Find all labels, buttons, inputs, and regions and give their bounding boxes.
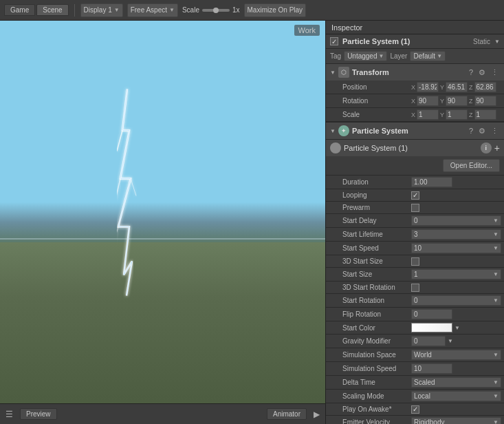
3d-start-rotation-label: 3D Start Rotation xyxy=(326,282,408,294)
open-editor-row: Open Editor... xyxy=(326,156,504,176)
rotation-values: X Y Z xyxy=(408,94,504,108)
play-on-awake-label: Play On Awake* xyxy=(326,403,408,416)
transform-menu-button[interactable]: ⋮ xyxy=(490,68,500,77)
start-rotation-value: 0 xyxy=(408,294,504,308)
display-dropdown[interactable]: Display 1 xyxy=(80,3,123,17)
pos-z-input[interactable] xyxy=(474,82,496,92)
start-speed-label: Start Speed xyxy=(326,242,408,255)
emitter-velocity-dropdown[interactable]: Rigidbody xyxy=(411,417,501,424)
start-delay-label: Start Delay xyxy=(326,214,408,228)
ps-info-button[interactable]: i xyxy=(481,142,492,153)
rotation-label: Rotation xyxy=(326,94,408,108)
pos-y-input[interactable] xyxy=(446,82,468,92)
play-on-awake-checkbox[interactable] xyxy=(411,405,419,414)
particle-system-header[interactable]: ✦ Particle System ? ⚙ ⋮ xyxy=(326,123,504,139)
ps-component-icon: ✦ xyxy=(338,125,349,136)
inspector-body[interactable]: Particle System (1) Static Tag Untagged … xyxy=(326,34,504,424)
start-color-label: Start Color xyxy=(326,321,408,335)
flip-rotation-input[interactable] xyxy=(411,309,452,319)
transform-expand-icon xyxy=(330,70,336,76)
duration-input[interactable] xyxy=(411,177,452,187)
svg-line-2 xyxy=(117,226,118,244)
start-delay-value: 0 xyxy=(408,214,504,228)
start-color-value[interactable] xyxy=(408,321,504,335)
tag-dropdown[interactable]: Untagged xyxy=(344,51,387,61)
transform-actions: ? ⚙ ⋮ xyxy=(468,68,500,77)
flip-rotation-label: Flip Rotation xyxy=(326,308,408,321)
transform-help-button[interactable]: ? xyxy=(468,68,474,76)
gravity-modifier-value xyxy=(408,335,504,348)
layer-dropdown[interactable]: Default xyxy=(410,51,446,61)
start-lifetime-dropdown[interactable]: 3 xyxy=(411,229,501,240)
ps-properties: Duration Looping Prewarm Start Delay xyxy=(326,176,504,424)
scale-slider[interactable] xyxy=(202,9,230,12)
prewarm-label: Prewarm xyxy=(326,202,408,214)
tag-label: Tag xyxy=(330,52,341,60)
ps-settings-button[interactable]: ⚙ xyxy=(477,127,487,136)
transform-title: Transform xyxy=(352,68,465,76)
3d-start-size-value xyxy=(408,255,504,268)
gravity-chevron xyxy=(448,338,453,344)
emitter-velocity-label: Emitter Velocity xyxy=(326,416,408,424)
static-label: Static xyxy=(473,38,490,45)
scale-x-input[interactable] xyxy=(417,109,439,120)
object-name: Particle System (1) xyxy=(342,37,469,45)
rot-x-input[interactable] xyxy=(417,96,439,106)
viewport[interactable]: Work ☰ Preview Animator ▶ xyxy=(0,21,325,424)
object-active-checkbox[interactable] xyxy=(330,37,338,45)
prewarm-value xyxy=(408,202,504,214)
transform-settings-button[interactable]: ⚙ xyxy=(477,68,487,77)
sim-space-chevron xyxy=(493,352,498,358)
3d-start-size-label: 3D Start Size xyxy=(326,255,408,268)
position-xyz: X Y Z xyxy=(411,82,496,92)
start-delay-dropdown[interactable]: 0 xyxy=(411,215,501,226)
svg-line-3 xyxy=(131,178,136,195)
open-editor-button[interactable]: Open Editor... xyxy=(443,159,500,172)
start-color-swatch[interactable] xyxy=(411,323,452,332)
ps-expand-icon xyxy=(330,128,336,134)
aspect-dropdown[interactable]: Free Aspect xyxy=(127,3,178,17)
ps-add-button[interactable]: + xyxy=(494,142,500,153)
gravity-input[interactable] xyxy=(411,336,446,346)
3d-size-checkbox[interactable] xyxy=(411,257,419,266)
tab-game[interactable]: Game xyxy=(4,4,35,16)
animator-button[interactable]: Animator xyxy=(267,408,307,420)
scale-values: X Y Z xyxy=(408,108,504,122)
scaling-mode-label: Scaling Mode xyxy=(326,390,408,403)
scale-label: Scale xyxy=(326,108,408,122)
ps-component-title: Particle System xyxy=(352,127,465,135)
preview-button[interactable]: Preview xyxy=(20,408,57,420)
prewarm-checkbox[interactable] xyxy=(411,204,419,212)
transform-header[interactable]: ⬡ Transform ? ⚙ ⋮ xyxy=(326,64,504,81)
tab-scene[interactable]: Scene xyxy=(36,4,68,16)
start-speed-chevron xyxy=(493,245,498,251)
scale-z-input[interactable] xyxy=(474,109,496,120)
menu-icon[interactable]: ☰ xyxy=(4,408,14,421)
position-values: X Y Z xyxy=(408,81,504,94)
simulation-space-label: Simulation Space xyxy=(326,348,408,362)
rot-y-input[interactable] xyxy=(446,96,468,106)
sim-speed-input[interactable] xyxy=(411,363,452,374)
aspect-chevron-icon xyxy=(169,7,175,13)
3d-rotation-checkbox[interactable] xyxy=(411,284,419,292)
ps-menu-button[interactable]: ⋮ xyxy=(490,127,500,136)
simulation-space-dropdown[interactable]: World xyxy=(411,350,501,360)
gravity-modifier-label: Gravity Modifier xyxy=(326,335,408,348)
scale-y-input[interactable] xyxy=(446,109,468,120)
start-rotation-label: Start Rotation xyxy=(326,294,408,308)
play-icon[interactable]: ▶ xyxy=(312,408,321,421)
maximize-dropdown[interactable]: Maximize On Play xyxy=(244,3,307,17)
looping-checkbox[interactable] xyxy=(411,191,419,200)
delta-time-dropdown[interactable]: Scaled xyxy=(411,377,501,388)
flip-rotation-value xyxy=(408,308,504,321)
start-rotation-dropdown[interactable]: 0 xyxy=(411,295,501,306)
svg-line-1 xyxy=(117,178,120,199)
tag-layer-row: Tag Untagged Layer Default xyxy=(326,49,504,64)
rot-z-input[interactable] xyxy=(474,96,496,106)
start-rotation-chevron xyxy=(493,297,498,304)
start-size-dropdown[interactable]: 1 xyxy=(411,269,501,279)
start-speed-dropdown[interactable]: 10 xyxy=(411,243,501,253)
ps-help-button[interactable]: ? xyxy=(468,127,474,135)
scaling-mode-dropdown[interactable]: Local xyxy=(411,391,501,401)
pos-x-input[interactable] xyxy=(417,82,439,92)
